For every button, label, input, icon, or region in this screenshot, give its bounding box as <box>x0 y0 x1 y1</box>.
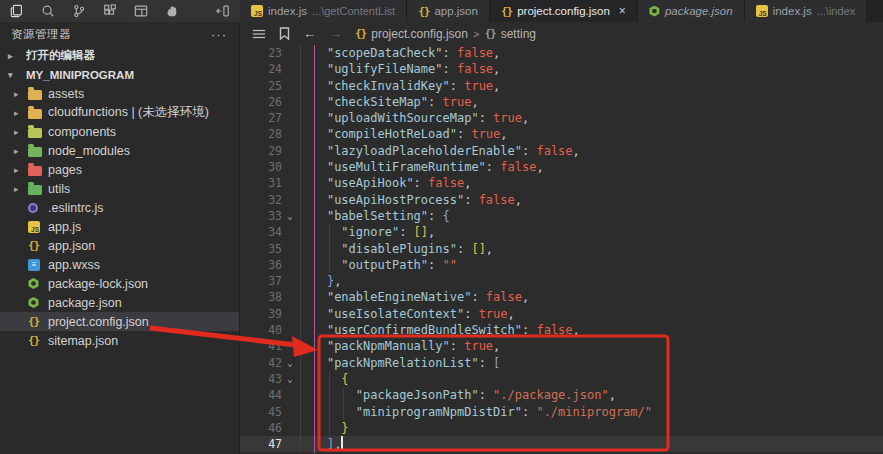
chevron-icon: ▸ <box>14 127 28 137</box>
sidebar-item-sitemap.json[interactable]: {}sitemap.json <box>0 331 239 350</box>
sidebar-item-.eslintrc.js[interactable]: .eslintrc.js <box>0 198 239 217</box>
code-line-39[interactable]: 39 "useIsolateContext": true, <box>240 306 883 322</box>
json-file-icon: {} <box>28 315 39 328</box>
fold-chevron-icon <box>282 192 298 208</box>
sidebar-item-app.json[interactable]: {}app.json <box>0 236 239 255</box>
line-number: 47 <box>240 436 282 452</box>
code-text: { <box>298 371 349 387</box>
sidebar-item-assets[interactable]: ▸assets <box>0 84 239 103</box>
source-control-icon[interactable] <box>72 4 86 18</box>
code-line-36[interactable]: 36 "outputPath": "" <box>240 257 883 273</box>
code-line-47[interactable]: 47 ], <box>240 436 883 452</box>
sidebar-section-my_miniprogram[interactable]: ▾MY_MINIPROGRAM <box>0 65 239 84</box>
chevron-icon: ▸ <box>14 89 28 99</box>
code-line-29[interactable]: 29 "lazyloadPlaceholderEnable": false, <box>240 143 883 159</box>
sidebar-item-pages[interactable]: ▸pages <box>0 160 239 179</box>
top-bar: index.js...\getContentList{}app.json{}pr… <box>0 0 883 22</box>
code-line-46[interactable]: 46 } <box>240 420 883 436</box>
code-text: "uploadWithSourceMap": true, <box>298 110 529 126</box>
code-line-35[interactable]: 35 "disablePlugins": [], <box>240 241 883 257</box>
line-number: 37 <box>240 273 282 289</box>
tab-app.json[interactable]: {}app.json <box>407 0 490 22</box>
fold-chevron-icon[interactable]: ⌄ <box>282 208 298 224</box>
fold-chevron-icon <box>282 306 298 322</box>
code-text: "useMultiFrameRuntime": false, <box>298 159 544 175</box>
navigate-back-icon[interactable]: ← <box>303 26 316 41</box>
close-icon[interactable]: × <box>619 5 626 17</box>
tab-index.js[interactable]: index.js...\index <box>745 0 868 22</box>
code-line-43[interactable]: 43⌄ { <box>240 371 883 387</box>
item-label: package-lock.json <box>48 277 148 291</box>
files-icon[interactable] <box>10 4 24 18</box>
outline-icon[interactable] <box>252 28 266 40</box>
code-text: "useIsolateContext": true, <box>298 306 515 322</box>
bookmark-icon[interactable] <box>279 27 290 40</box>
tab-project.config.json[interactable]: {}project.config.json× <box>490 0 638 22</box>
breadcrumb-file[interactable]: project.config.json <box>371 27 468 41</box>
fold-chevron-icon[interactable]: ⌄ <box>282 355 298 371</box>
code-line-28[interactable]: 28 "compileHotReLoad": true, <box>240 126 883 142</box>
code-line-24[interactable]: 24 "uglifyFileName": false, <box>240 61 883 77</box>
code-line-44[interactable]: 44 "packageJsonPath": "./package.json", <box>240 387 883 403</box>
code-text: "packageJsonPath": "./package.json", <box>298 387 616 403</box>
code-line-45[interactable]: 45 "miniprogramNpmDistDir": "./miniprogr… <box>240 404 883 420</box>
sidebar-section--[interactable]: ▸打开的编辑器 <box>0 46 239 65</box>
json-file-icon: {} <box>355 27 366 40</box>
breadcrumb-scope[interactable]: setting <box>501 27 536 41</box>
fold-chevron-icon <box>282 420 298 436</box>
sidebar-item-node_modules[interactable]: ▸node_modules <box>0 141 239 160</box>
fold-chevron-icon[interactable]: ⌄ <box>282 371 298 387</box>
file-icon-wrap: ≡ <box>28 259 48 271</box>
sidebar-item-app.wxss[interactable]: ≡app.wxss <box>0 255 239 274</box>
code-line-34[interactable]: 34 "ignore": [], <box>240 224 883 240</box>
more-actions-icon[interactable]: ··· <box>211 27 227 42</box>
file-icon-wrap <box>28 203 48 213</box>
line-number: 23 <box>240 45 282 61</box>
folder-icon <box>28 147 42 157</box>
extensions-icon[interactable] <box>103 4 117 18</box>
explorer-title: 资源管理器 <box>11 27 71 42</box>
code-text: "checkSiteMap": true, <box>298 94 479 110</box>
code-area[interactable]: 23 "scopeDataCheck": false,24 "uglifyFil… <box>240 45 883 454</box>
code-line-23[interactable]: 23 "scopeDataCheck": false, <box>240 45 883 61</box>
code-line-32[interactable]: 32 "useApiHostProcess": false, <box>240 192 883 208</box>
code-line-33[interactable]: 33⌄ "babelSetting": { <box>240 208 883 224</box>
breadcrumb[interactable]: {} project.config.json > {} setting <box>355 27 536 41</box>
sidebar-item-project.config.json[interactable]: {}project.config.json <box>0 312 239 331</box>
file-icon-wrap <box>28 145 48 157</box>
editor-layout-icon[interactable] <box>134 4 148 18</box>
sidebar-item-app.js[interactable]: app.js <box>0 217 239 236</box>
line-number: 41 <box>240 338 282 354</box>
hand-icon[interactable] <box>165 4 179 18</box>
code-line-30[interactable]: 30 "useMultiFrameRuntime": false, <box>240 159 883 175</box>
line-number: 28 <box>240 126 282 142</box>
code-line-41[interactable]: 41 "packNpmManually": true, <box>240 338 883 354</box>
tab-package.json[interactable]: package.json <box>638 0 745 22</box>
sidebar-item-package.json[interactable]: package.json <box>0 293 239 312</box>
code-line-40[interactable]: 40 "userConfirmedBundleSwitch": false, <box>240 322 883 338</box>
sidebar-item-cloudfunctions-[interactable]: ▸cloudfunctions | (未选择环境) <box>0 103 239 122</box>
line-number: 34 <box>240 224 282 240</box>
line-number: 35 <box>240 241 282 257</box>
code-line-27[interactable]: 27 "uploadWithSourceMap": true, <box>240 110 883 126</box>
code-line-38[interactable]: 38 "enableEngineNative": false, <box>240 289 883 305</box>
tab-index.js[interactable]: index.js...\getContentList <box>240 0 407 22</box>
code-line-26[interactable]: 26 "checkSiteMap": true, <box>240 94 883 110</box>
sidebar-item-utils[interactable]: ▸utils <box>0 179 239 198</box>
code-line-25[interactable]: 25 "checkInvalidKey": true, <box>240 78 883 94</box>
code-line-42[interactable]: 42⌄ "packNpmRelationList": [ <box>240 355 883 371</box>
line-number: 24 <box>240 61 282 77</box>
line-number: 42 <box>240 355 282 371</box>
search-icon[interactable] <box>41 4 55 18</box>
fold-chevron-icon <box>282 322 298 338</box>
editor-pane: ← → {} project.config.json > {} setting … <box>240 22 883 454</box>
code-line-31[interactable]: 31 "useApiHook": false, <box>240 175 883 191</box>
navigate-forward-icon: → <box>329 26 342 41</box>
fold-chevron-icon <box>282 338 298 354</box>
item-label: project.config.json <box>48 315 149 329</box>
sidebar-item-package-lock.json[interactable]: package-lock.json <box>0 274 239 293</box>
code-text: "babelSetting": { <box>298 208 450 224</box>
sidebar-item-components[interactable]: ▸components <box>0 122 239 141</box>
code-line-37[interactable]: 37 }, <box>240 273 883 289</box>
panel-toggle-icon[interactable] <box>216 4 230 18</box>
